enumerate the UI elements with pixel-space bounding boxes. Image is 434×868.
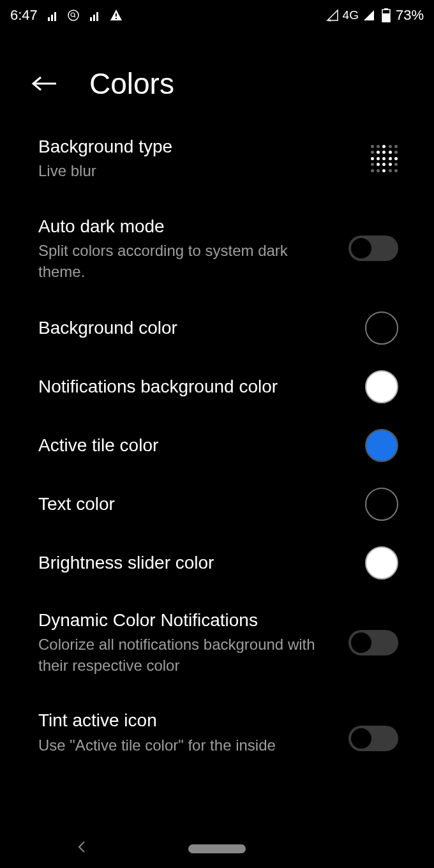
setting-tint-active-icon[interactable]: Tint active icon Use "Active tile color"… bbox=[38, 692, 398, 754]
signal-icon bbox=[47, 10, 58, 21]
setting-background-type[interactable]: Background type Live blur bbox=[38, 119, 398, 198]
setting-dynamic-color-notifications[interactable]: Dynamic Color Notifications Colorize all… bbox=[38, 592, 398, 692]
setting-title: Auto dark mode bbox=[38, 215, 336, 238]
setting-background-color[interactable]: Background color bbox=[38, 299, 398, 357]
setting-title: Active tile color bbox=[38, 434, 352, 457]
toggle-switch[interactable] bbox=[348, 236, 398, 261]
battery-percent: 73% bbox=[396, 7, 424, 24]
svg-rect-9 bbox=[116, 13, 117, 17]
color-swatch[interactable] bbox=[365, 546, 398, 580]
svg-text:x: x bbox=[329, 18, 331, 22]
svg-rect-2 bbox=[54, 12, 56, 21]
svg-line-5 bbox=[74, 16, 75, 17]
header: Colors bbox=[0, 31, 434, 119]
clock: 6:47 bbox=[10, 7, 38, 24]
search-circle-icon bbox=[67, 9, 80, 22]
toggle-switch[interactable] bbox=[348, 630, 398, 655]
setting-sub: Split colors according to system dark th… bbox=[38, 241, 336, 282]
setting-sub: Use "Active tile color" for the inside bbox=[38, 735, 336, 754]
cell-signal-icon bbox=[363, 9, 375, 22]
color-swatch[interactable] bbox=[365, 429, 398, 462]
setting-sub: Colorize all notifications background wi… bbox=[38, 634, 336, 676]
status-left: 6:47 bbox=[10, 7, 123, 24]
color-swatch[interactable] bbox=[365, 370, 398, 403]
setting-brightness-slider-color[interactable]: Brightness slider color bbox=[38, 534, 398, 592]
navigation-bar bbox=[0, 830, 434, 868]
setting-title: Text color bbox=[38, 493, 352, 516]
network-type: 4G bbox=[343, 8, 359, 22]
setting-sub: Live blur bbox=[38, 161, 357, 181]
blur-pattern-icon bbox=[370, 144, 398, 172]
color-swatch[interactable] bbox=[365, 488, 398, 521]
svg-rect-14 bbox=[382, 13, 390, 22]
svg-rect-0 bbox=[48, 17, 50, 21]
setting-active-tile-color[interactable]: Active tile color bbox=[38, 416, 398, 475]
setting-title: Brightness slider color bbox=[38, 551, 352, 574]
signal-icon-2 bbox=[89, 10, 100, 21]
svg-rect-7 bbox=[93, 15, 95, 21]
svg-rect-1 bbox=[51, 15, 53, 21]
toggle-switch[interactable] bbox=[348, 726, 398, 751]
no-signal-icon: x bbox=[326, 9, 339, 22]
page-title: Colors bbox=[89, 66, 174, 101]
nav-back-icon[interactable] bbox=[77, 839, 87, 858]
warning-icon bbox=[109, 8, 123, 22]
svg-rect-10 bbox=[116, 18, 117, 19]
setting-notif-bg-color[interactable]: Notifications background color bbox=[38, 357, 398, 416]
setting-text-color[interactable]: Text color bbox=[38, 475, 398, 534]
setting-title: Tint active icon bbox=[38, 709, 336, 732]
back-arrow-icon[interactable] bbox=[31, 75, 59, 93]
setting-title: Notifications background color bbox=[38, 375, 352, 398]
settings-list: Background type Live blur Auto dark mode… bbox=[0, 119, 434, 754]
setting-title: Background color bbox=[38, 317, 352, 340]
setting-auto-dark-mode[interactable]: Auto dark mode Split colors according to… bbox=[38, 198, 398, 299]
svg-rect-8 bbox=[96, 12, 98, 21]
status-bar: 6:47 x 4G 73% bbox=[0, 0, 434, 31]
nav-home-pill[interactable] bbox=[188, 844, 246, 853]
setting-title: Dynamic Color Notifications bbox=[38, 609, 336, 632]
status-right: x 4G 73% bbox=[326, 7, 424, 24]
color-swatch[interactable] bbox=[365, 311, 398, 345]
svg-rect-6 bbox=[90, 17, 92, 21]
setting-title: Background type bbox=[38, 135, 357, 158]
svg-point-3 bbox=[68, 10, 79, 20]
battery-icon bbox=[382, 8, 391, 22]
